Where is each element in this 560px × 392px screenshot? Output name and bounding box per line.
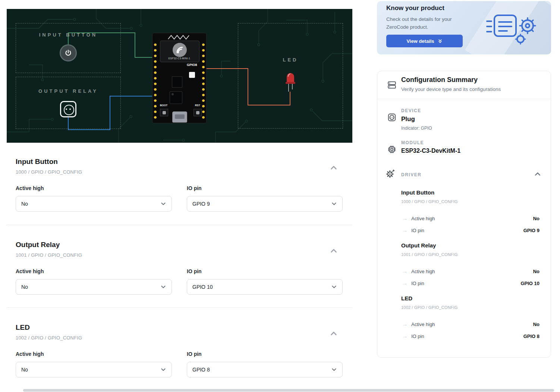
driver-code: 1000 / GPIO / GPIO_CONFIG xyxy=(401,199,458,204)
io-pin-label: IO pin xyxy=(187,268,343,274)
driver-entry-input-button: Input Button 1000 / GPIO / GPIO_CONFIG →… xyxy=(377,189,551,238)
driver-collapse-chevron-icon[interactable] xyxy=(534,170,542,178)
driver-entry-output-relay: Output Relay 1001 / GPIO / GPIO_CONFIG →… xyxy=(377,242,551,291)
driver-name: LED xyxy=(401,295,412,301)
summary-divider xyxy=(377,99,551,99)
select-value: GPIO 9 xyxy=(192,201,210,207)
row-label: IO pin xyxy=(411,333,424,339)
section-title: LED xyxy=(16,323,30,332)
active-high-select[interactable]: No xyxy=(16,196,172,212)
module-silkscreen-label: ESP32-C3-MINI-1 xyxy=(152,57,206,60)
right-pin-header xyxy=(202,42,205,120)
row-value: No xyxy=(533,269,539,274)
device-name: Plug xyxy=(401,116,415,123)
arrow-right-icon: → xyxy=(402,280,408,286)
io-pin-select[interactable]: GPIO 10 xyxy=(187,279,343,295)
row-value: GPIO 9 xyxy=(523,228,539,233)
select-value: No xyxy=(21,367,28,373)
chip-icon xyxy=(387,145,397,154)
device-kicker: DEVICE xyxy=(401,108,421,113)
driver-code: 1002 / GPIO / GPIO_CONFIG xyxy=(401,305,458,310)
gear-sparkle-icon xyxy=(386,168,396,179)
reset-button-icon xyxy=(194,109,202,116)
select-value: No xyxy=(21,284,28,290)
module-kicker: MODULE xyxy=(401,140,424,145)
horizontal-scrollbar[interactable] xyxy=(23,389,554,392)
driver-row: → IO pin GPIO 8 xyxy=(402,332,539,340)
boot-silkscreen-label: BOOT xyxy=(160,104,167,107)
config-section-led: LED 1002 / GPIO / GPIO_CONFIG Active hig… xyxy=(7,319,352,389)
gpio8-silkscreen-label: GPIO8 xyxy=(187,63,197,67)
io-pin-label: IO pin xyxy=(187,351,343,357)
chevron-down-icon xyxy=(160,201,166,207)
io-pin-select[interactable]: GPIO 9 xyxy=(187,196,343,212)
promo-title: Know your product xyxy=(386,4,444,12)
section-code: 1001 / GPIO / GPIO_CONFIG xyxy=(16,252,82,258)
driver-name: Input Button xyxy=(401,189,434,196)
power-button-icon xyxy=(60,44,77,61)
section-title: Input Button xyxy=(16,158,58,166)
active-high-label: Active high xyxy=(16,185,172,191)
antenna-icon xyxy=(167,34,191,40)
chevron-down-icon xyxy=(160,284,166,290)
plug-socket-icon xyxy=(60,101,76,117)
view-details-button[interactable]: View details xyxy=(386,35,463,47)
double-chevron-down-icon xyxy=(438,39,443,44)
documents-gear-illustration xyxy=(484,10,540,47)
section-code: 1000 / GPIO / GPIO_CONFIG xyxy=(16,169,82,175)
rst-silkscreen-label: RST xyxy=(195,104,200,107)
select-value: GPIO 10 xyxy=(192,284,213,290)
driver-row: → IO pin GPIO 10 xyxy=(402,279,539,287)
active-high-select[interactable]: No xyxy=(16,362,172,377)
row-label: Active high xyxy=(411,216,435,221)
active-high-select[interactable]: No xyxy=(16,279,172,295)
row-value: GPIO 8 xyxy=(523,333,539,339)
chevron-down-icon xyxy=(160,367,166,373)
collapse-chevron-icon[interactable] xyxy=(329,246,339,256)
config-section-output-relay: Output Relay 1001 / GPIO / GPIO_CONFIG A… xyxy=(7,236,352,307)
stack-icon xyxy=(387,80,397,90)
arrow-right-icon: → xyxy=(402,227,408,233)
wiring-diagram: INPUT BUTTON OUTPUT RELAY LED xyxy=(7,9,352,143)
module-name: ESP32-C3-DevKitM-1 xyxy=(401,148,460,154)
led-board-label: LED xyxy=(238,57,343,63)
row-label: Active high xyxy=(411,269,435,274)
io-pin-select[interactable]: GPIO 8 xyxy=(187,362,343,377)
know-your-product-card: Know your product Check out the details … xyxy=(377,1,551,54)
driver-row: → Active high No xyxy=(402,268,539,275)
ic-component xyxy=(170,91,182,104)
active-high-label: Active high xyxy=(16,351,172,357)
collapse-chevron-icon[interactable] xyxy=(329,163,339,173)
arrow-right-icon: → xyxy=(402,268,408,274)
chevron-down-icon xyxy=(331,367,337,373)
row-value: GPIO 10 xyxy=(520,281,539,286)
plug-socket-icon xyxy=(387,113,397,122)
arrow-right-icon: → xyxy=(402,333,408,339)
driver-row: → IO pin GPIO 9 xyxy=(402,227,539,234)
red-led-icon xyxy=(284,72,297,95)
driver-code: 1001 / GPIO / GPIO_CONFIG xyxy=(401,252,458,257)
select-value: No xyxy=(21,201,28,207)
arrow-right-icon: → xyxy=(402,215,408,221)
boot-button-icon xyxy=(160,109,168,116)
section-title: Output Relay xyxy=(16,241,60,249)
driver-name: Output Relay xyxy=(401,242,436,249)
configuration-summary-card: Configuration Summary Verify your device… xyxy=(377,71,551,358)
driver-row: → Active high No xyxy=(402,215,539,222)
row-label: IO pin xyxy=(411,228,424,233)
espressif-logo-icon xyxy=(173,43,187,57)
section-divider xyxy=(7,307,352,308)
row-value: No xyxy=(533,322,539,327)
driver-entry-led: LED 1002 / GPIO / GPIO_CONFIG → Active h… xyxy=(377,295,551,344)
section-code: 1002 / GPIO / GPIO_CONFIG xyxy=(16,335,82,341)
arrow-right-icon: → xyxy=(402,321,408,327)
section-divider xyxy=(7,225,352,225)
chevron-down-icon xyxy=(331,201,337,207)
gpio8-pad xyxy=(189,72,195,78)
output-relay-board-label: OUTPUT RELAY xyxy=(16,88,121,94)
promo-body: Check out the details for your ZeroCode … xyxy=(386,16,463,31)
active-high-label: Active high xyxy=(16,268,172,274)
collapse-chevron-icon[interactable] xyxy=(329,329,339,339)
zerocode-configuration-page: INPUT BUTTON OUTPUT RELAY LED xyxy=(0,0,560,392)
config-section-input-button: Input Button 1000 / GPIO / GPIO_CONFIG A… xyxy=(7,153,352,224)
